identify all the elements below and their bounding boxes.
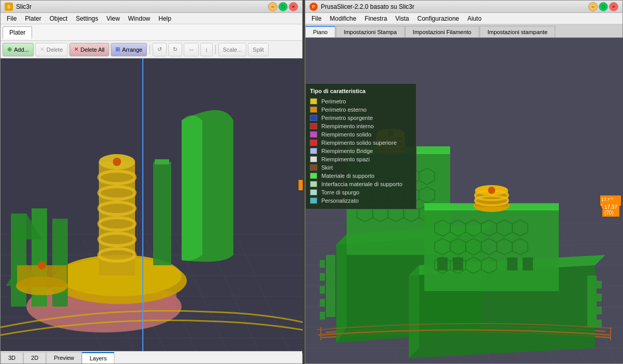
plater-tab[interactable]: Plater	[3, 26, 32, 39]
slic3r-menubar: File Plater Object Settings View Window …	[1, 13, 302, 24]
arrange-button[interactable]: ⊞ Arrange	[111, 43, 147, 56]
toolbar-separator-2	[215, 45, 216, 54]
feature-skirt: Skirt	[310, 163, 412, 172]
rotate-left-icon: ↺	[157, 46, 162, 53]
scale-button[interactable]: Scale...	[218, 43, 247, 56]
svg-marker-85	[409, 265, 419, 358]
perimetro-sporgente-color	[310, 115, 317, 121]
riempimento-interno-color	[310, 123, 317, 129]
tab-layers[interactable]: Layers	[82, 352, 114, 363]
perimetro-esterno-label: Perimetro esterno	[321, 107, 366, 113]
ps-menu-vista[interactable]: Vista	[391, 14, 413, 23]
rotate-right-button[interactable]: ↻	[168, 43, 182, 56]
layer-arrow-icon	[606, 198, 615, 203]
feature-riempimento-interno: Riempimento interno	[310, 122, 412, 130]
menu-help[interactable]: Help	[154, 14, 175, 23]
flip-v-icon: ↕	[205, 47, 208, 53]
add-button[interactable]: ⊕ Add...	[3, 43, 34, 56]
arrange-icon: ⊞	[115, 46, 120, 53]
svg-rect-114	[326, 255, 335, 317]
flip-h-icon: ↔	[188, 47, 194, 53]
svg-rect-28	[155, 159, 169, 164]
ps-minimize-button[interactable]: –	[588, 2, 598, 11]
feature-perimetro-sporgente: Perimetro sporgente	[310, 114, 412, 122]
rotate-right-icon: ↻	[173, 46, 177, 53]
riempimento-spazi-color	[310, 156, 317, 162]
svg-rect-104	[437, 257, 448, 270]
prusaslicer-menubar: File Modifiche Finestra Vista Configuraz…	[305, 13, 622, 24]
prusaslicer-window-controls: – □ ×	[588, 2, 618, 11]
riempimento-interno-label: Riempimento interno	[321, 123, 374, 129]
tab-impostazioni-stampa[interactable]: Impostazioni Stampa	[336, 26, 405, 37]
tab-2d[interactable]: 2D	[23, 352, 46, 363]
feature-perimetro-esterno: Perimetro esterno	[310, 105, 412, 114]
skirt-label: Skirt	[321, 164, 333, 171]
menu-object[interactable]: Object	[46, 14, 72, 23]
feature-interfaccia-supporto: Interfaccia materiale di supporto	[310, 180, 412, 188]
menu-view[interactable]: View	[102, 14, 124, 23]
riempimento-solido-color	[310, 131, 317, 138]
prusaslicer-tabs: Piano Impostazioni Stampa Impostazioni F…	[305, 24, 622, 38]
riempimento-spazi-label: Riempimento spazi	[321, 156, 370, 162]
ps-menu-aiuto[interactable]: Aiuto	[463, 14, 485, 23]
tab-preview[interactable]: Preview	[46, 352, 82, 363]
feature-personalizzato: Personalizzato	[310, 196, 412, 205]
flip-vertical-button[interactable]: ↕	[200, 43, 213, 56]
menu-window[interactable]: Window	[124, 14, 155, 23]
right-viewport[interactable]: 17.97 (70) Tipo di caratteristica Perime…	[305, 38, 623, 363]
close-button[interactable]: ×	[289, 2, 298, 11]
personalizzato-label: Personalizzato	[321, 198, 359, 204]
svg-rect-121	[597, 281, 602, 289]
flip-horizontal-button[interactable]: ↔	[184, 43, 199, 56]
toolbar-separator-1	[150, 45, 150, 54]
delete-button[interactable]: ✕ Delete	[35, 43, 68, 56]
svg-marker-59	[336, 234, 347, 343]
menu-file[interactable]: File	[3, 14, 21, 23]
minimize-button[interactable]: –	[268, 2, 277, 11]
ps-menu-configurazione[interactable]: Configurazione	[413, 14, 464, 23]
menu-plater[interactable]: Plater	[21, 14, 45, 23]
slic3r-app-icon: S	[5, 3, 13, 11]
interfaccia-supporto-label: Interfaccia materiale di supporto	[321, 181, 403, 187]
ps-menu-finestra[interactable]: Finestra	[361, 14, 391, 23]
prusaslicer-title: PrusaSlicer-2.2.0 basato su Slic3r	[321, 3, 414, 10]
perimetro-sporgente-label: Perimetro sporgente	[321, 115, 373, 121]
delete-icon: ✕	[40, 46, 44, 53]
left-viewport[interactable]	[1, 58, 303, 353]
tab-3d[interactable]: 3D	[1, 352, 23, 363]
maximize-button[interactable]: □	[278, 2, 288, 11]
torre-spurgo-label: Torre di spurgo	[321, 189, 359, 195]
ps-close-button[interactable]: ×	[609, 2, 618, 11]
delete-all-button[interactable]: ✕ Delete All	[69, 43, 109, 56]
tab-piano[interactable]: Piano	[305, 26, 335, 37]
materiale-supporto-label: Materiale di supporto	[321, 173, 375, 179]
svg-rect-27	[153, 162, 171, 265]
menu-settings[interactable]: Settings	[71, 14, 102, 23]
tab-impostazioni-stampante[interactable]: Impostazioni stampante	[480, 26, 555, 37]
prusaslicer-window: P PrusaSlicer-2.2.0 basato su Slic3r – □…	[305, 0, 623, 364]
ps-menu-modifiche[interactable]: Modifiche	[325, 14, 360, 23]
feature-riempimento-spazi: Riempimento spazi	[310, 155, 412, 163]
slic3r-title: Slic3r	[16, 3, 32, 10]
feature-materiale-supporto: Materiale di supporto	[310, 172, 412, 180]
svg-rect-107	[523, 257, 533, 270]
riempimento-solido-superiore-label: Riempimento solido superiore	[321, 140, 397, 146]
perimetro-label: Perimetro	[321, 98, 346, 104]
layer-indicator: 17.97 (70)	[602, 198, 619, 217]
feature-torre-spurgo: Torre di spurgo	[310, 188, 412, 196]
svg-rect-119	[320, 312, 325, 320]
svg-rect-38	[299, 180, 303, 190]
svg-rect-105	[453, 257, 463, 270]
svg-rect-124	[597, 320, 602, 327]
materiale-supporto-color	[310, 173, 317, 179]
riempimento-bridge-color	[310, 148, 317, 154]
rotate-left-button[interactable]: ↺	[153, 43, 167, 56]
tab-impostazioni-filamento[interactable]: Impostazioni Filamento	[405, 26, 479, 37]
delete-all-icon: ✕	[74, 46, 79, 53]
split-button[interactable]: Split	[248, 43, 268, 56]
torre-spurgo-color	[310, 189, 317, 195]
ps-menu-file[interactable]: File	[307, 14, 325, 23]
ps-maximize-button[interactable]: □	[599, 2, 608, 11]
slic3r-toolbar-tabs: Plater	[1, 24, 302, 41]
svg-rect-118	[320, 299, 325, 307]
